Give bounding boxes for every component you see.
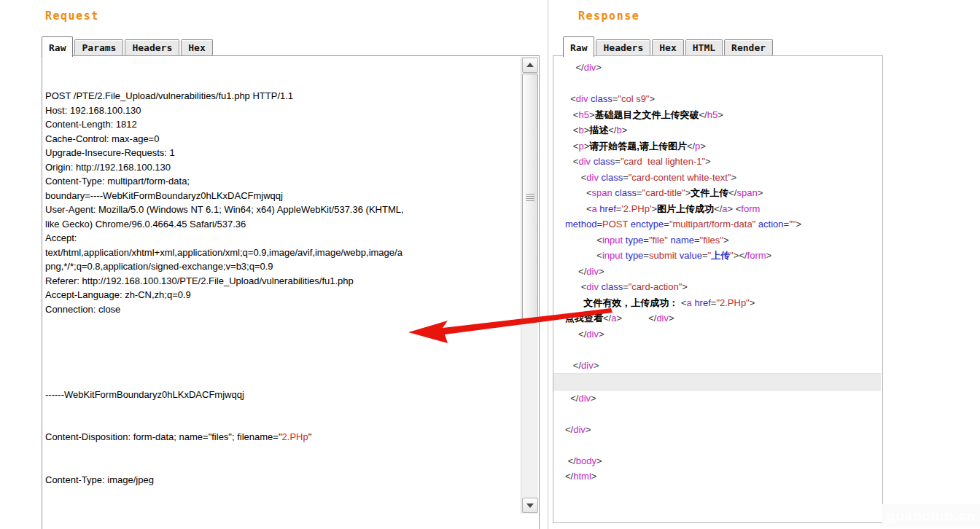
response-code-line: <h5>基础题目之文件上传突破</h5>	[553, 107, 881, 123]
response-code-line: <div class="col s9">	[553, 91, 881, 107]
request-line: Host: 192.168.100.130	[45, 103, 519, 118]
response-code-line: 文件有效，上传成功： <a href="2.PHp">	[553, 295, 881, 311]
request-line: Referer: http://192.168.100.130/PTE/2.Fi…	[45, 274, 519, 289]
tab-raw[interactable]: Raw	[42, 36, 73, 57]
request-line: Accept:	[45, 231, 519, 246]
request-line: Connection: close	[45, 302, 519, 317]
request-panel-title: Request	[45, 9, 99, 23]
request-editor[interactable]: POST /PTE/2.File_Upload/vulnerabilities/…	[42, 55, 540, 529]
response-code-line: <b>描述</b>	[553, 122, 881, 138]
request-line: Content-Type: multipart/form-data;	[45, 174, 519, 189]
scrollbar-thumb[interactable]	[522, 74, 538, 321]
request-line: Content-Length: 1812	[45, 117, 519, 132]
disposition-suffix: "	[308, 431, 312, 442]
response-code-line: <div class="card teal lighten-1">	[553, 154, 881, 170]
request-line: boundary=----WebKitFormBoundaryz0hLKxDAC…	[45, 189, 519, 203]
response-code-line: </div>	[553, 391, 881, 407]
request-line: Origin: http://192.168.100.130	[45, 160, 519, 175]
response-panel-title: Response	[578, 9, 639, 23]
request-line: like Gecko) Chrome/96.0.4664.45 Safari/5…	[45, 217, 519, 232]
response-highlighted-row	[553, 373, 881, 391]
down-arrow-icon	[526, 503, 534, 508]
response-code-line: </div>	[553, 358, 881, 374]
request-header-lines: POST /PTE/2.File_Upload/vulnerabilities/…	[45, 89, 519, 316]
request-line: png,*/*;q=0.8,application/signed-exchang…	[45, 259, 519, 274]
tab-headers[interactable]: Headers	[125, 39, 179, 56]
response-code-line: <p>请开始答题,请上传图片</p>	[553, 138, 881, 154]
response-code-line: </div>	[553, 326, 881, 342]
tab-headers[interactable]: Headers	[596, 39, 650, 56]
request-line: Cache-Control: max-age=0	[45, 132, 519, 146]
request-line: POST /PTE/2.File_Upload/vulnerabilities/…	[45, 89, 519, 103]
response-code-line: </body>	[553, 453, 881, 469]
response-viewer[interactable]: </div> <div class="col s9"> <h5>基础题目之文件上…	[553, 55, 883, 523]
tab-params[interactable]: Params	[74, 39, 123, 56]
response-code-line: <a href='2.PHp'>图片上传成功</a> <form	[553, 201, 881, 217]
response-code-line: method=POST enctype="multipart/form-data…	[553, 216, 881, 232]
watermark: guanclub.cn	[882, 504, 980, 528]
request-line: text/html,application/xhtml+xml,applicat…	[45, 246, 519, 260]
response-code-line	[553, 76, 881, 92]
response-raw-text: </div> <div class="col s9"> <h5>基础题目之文件上…	[553, 60, 881, 485]
response-code-line: </div>	[553, 422, 881, 438]
response-code-line	[553, 342, 881, 358]
response-code-line: <div class="card-action">	[553, 279, 881, 295]
scroll-down-button[interactable]	[522, 498, 538, 513]
tab-html[interactable]: HTML	[685, 39, 723, 56]
request-tabstrip: RawParamsHeadersHex	[42, 34, 214, 56]
disposition-prefix: Content-Disposition: form-data; name="fi…	[45, 431, 282, 442]
request-boundary-line: ------WebKitFormBoundaryz0hLKxDACFmjwqqj	[45, 388, 519, 402]
response-code-line: 点我查看</a> </div>	[553, 310, 881, 326]
response-code-line: </div>	[553, 264, 881, 280]
tab-hex[interactable]: Hex	[181, 39, 212, 56]
blank-line	[45, 345, 519, 359]
request-line: Accept-Language: zh-CN,zh;q=0.9	[45, 288, 519, 302]
request-content-type-line: Content-Type: image/jpeg	[45, 473, 519, 487]
response-code-line	[553, 437, 881, 453]
response-code-line: <span class="card-title">文件上传</span>	[553, 185, 881, 201]
tab-raw[interactable]: Raw	[563, 36, 594, 57]
response-code-line: </div>	[553, 60, 881, 76]
filename-highlight: 2.PHp	[282, 431, 308, 442]
response-code-line: </html>	[553, 469, 881, 485]
response-code-line: <input type="file" name="files">	[553, 232, 881, 248]
scroll-up-button[interactable]	[522, 58, 538, 73]
response-tabstrip: RawHeadersHexHTMLRender	[563, 34, 774, 56]
up-arrow-icon	[526, 63, 534, 67]
request-line: Upgrade-Insecure-Requests: 1	[45, 146, 519, 160]
request-raw-text: POST /PTE/2.File_Upload/vulnerabilities/…	[45, 60, 519, 529]
request-disposition-line: Content-Disposition: form-data; name="fi…	[45, 430, 519, 444]
tab-render[interactable]: Render	[724, 39, 773, 56]
response-code-line: <input type=submit value="上传"></form>	[553, 248, 881, 264]
tab-hex[interactable]: Hex	[652, 39, 683, 56]
response-code-line: <div class="card-content white-text">	[553, 170, 881, 186]
request-line: User-Agent: Mozilla/5.0 (Windows NT 6.1;…	[45, 203, 519, 217]
thumb-grip-icon	[526, 194, 534, 201]
request-scrollbar[interactable]	[521, 57, 538, 514]
response-code-line	[553, 406, 881, 422]
pane-divider[interactable]	[548, 0, 548, 529]
